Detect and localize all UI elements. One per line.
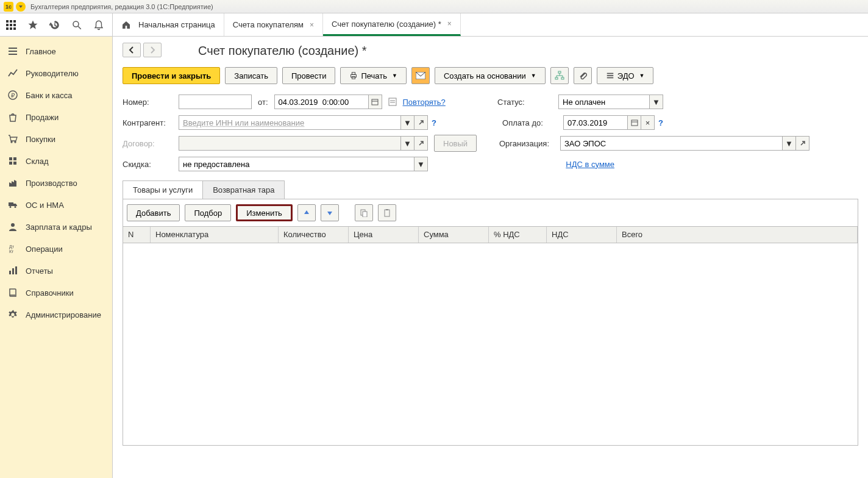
add-row-button[interactable]: Добавить xyxy=(127,204,180,221)
nav-forward-button[interactable] xyxy=(143,43,162,57)
svg-rect-37 xyxy=(385,210,390,216)
sidebar-item-sales[interactable]: Продажи xyxy=(0,106,112,128)
paste-button[interactable] xyxy=(378,204,396,221)
sidebar-item-reports[interactable]: Отчеты xyxy=(0,260,112,282)
sidebar-item-label: Администрирование xyxy=(26,310,101,319)
page-title: Счет покупателю (создание) * xyxy=(198,44,367,58)
counterparty-open-button[interactable] xyxy=(414,115,428,130)
sidebar-item-label: ОС и НМА xyxy=(26,201,64,210)
date-input[interactable] xyxy=(274,95,369,109)
repeat-icon[interactable] xyxy=(388,98,397,106)
sidebar-item-bank[interactable]: ₽ Банк и касса xyxy=(0,84,112,106)
status-input[interactable] xyxy=(558,95,650,109)
org-input[interactable] xyxy=(560,136,783,151)
bell-icon[interactable] xyxy=(91,18,106,32)
tab-home[interactable]: Начальная страница xyxy=(113,13,224,36)
sidebar-item-hr[interactable]: Зарплата и кадры xyxy=(0,216,112,238)
new-contract-button: Новый xyxy=(434,135,477,152)
svg-rect-23 xyxy=(352,73,355,75)
help-icon[interactable]: ? xyxy=(658,118,663,127)
window-title-bar: 1c Бухгалтерия предприятия, редакция 3.0… xyxy=(0,0,868,13)
write-button[interactable]: Записать xyxy=(225,67,277,84)
move-up-button[interactable] xyxy=(297,204,316,221)
col-sum[interactable]: Сумма xyxy=(419,227,489,243)
star-icon[interactable] xyxy=(26,18,40,32)
col-price[interactable]: Цена xyxy=(349,227,419,243)
paydue-clear-button[interactable]: × xyxy=(641,115,655,130)
repeat-link[interactable]: Повторять? xyxy=(403,98,446,107)
svg-rect-4 xyxy=(10,24,12,26)
help-icon[interactable]: ? xyxy=(432,118,436,127)
sidebar-item-label: Банк и касса xyxy=(26,91,73,100)
calendar-button[interactable] xyxy=(369,95,382,109)
counterparty-dropdown-button[interactable]: ▼ xyxy=(401,115,414,130)
sidebar-item-catalogs[interactable]: Справочники xyxy=(0,282,112,304)
sidebar-item-admin[interactable]: Администрирование xyxy=(0,304,112,326)
sidebar: Главное Руководителю ₽ Банк и касса Прод… xyxy=(0,37,113,478)
from-label: от: xyxy=(258,98,268,107)
tab-invoice-create[interactable]: Счет покупателю (создание) * × xyxy=(323,13,461,36)
svg-rect-36 xyxy=(363,212,367,217)
operations-icon: ДтКт xyxy=(7,243,18,254)
boxes-icon xyxy=(7,155,18,166)
move-down-button[interactable] xyxy=(321,204,339,221)
counterparty-input[interactable] xyxy=(179,115,401,130)
col-quantity[interactable]: Количество xyxy=(279,227,349,243)
post-button[interactable]: Провести xyxy=(282,67,336,84)
contract-open-button[interactable] xyxy=(414,136,428,151)
status-dropdown-button[interactable]: ▼ xyxy=(650,95,663,109)
col-vat[interactable]: НДС xyxy=(547,227,617,243)
col-vat-pct[interactable]: % НДС xyxy=(489,227,547,243)
attach-button[interactable] xyxy=(574,67,592,84)
close-icon[interactable]: × xyxy=(447,20,452,28)
envelope-icon xyxy=(416,72,425,79)
copy-button[interactable] xyxy=(355,204,373,221)
discount-input[interactable] xyxy=(179,157,414,171)
main-content: Счет покупателю (создание) * Провести и … xyxy=(113,37,868,478)
sidebar-item-operations[interactable]: ДтКт Операции xyxy=(0,238,112,260)
org-dropdown-button[interactable]: ▼ xyxy=(783,136,796,151)
search-icon[interactable] xyxy=(69,18,84,32)
sidebar-item-manager[interactable]: Руководителю xyxy=(0,62,112,84)
col-nomenclature[interactable]: Номенклатура xyxy=(151,227,279,243)
subtab-tare[interactable]: Возвратная тара xyxy=(202,180,285,199)
sidebar-item-assets[interactable]: ОС и НМА xyxy=(0,194,112,216)
org-open-button[interactable] xyxy=(796,136,809,151)
subtab-goods[interactable]: Товары и услуги xyxy=(123,180,203,199)
svg-point-9 xyxy=(73,21,79,27)
sidebar-item-label: Зарплата и кадры xyxy=(26,223,92,232)
post-and-close-button[interactable]: Провести и закрыть xyxy=(123,67,220,84)
svg-rect-5 xyxy=(13,24,16,26)
svg-rect-31 xyxy=(607,77,613,79)
sidebar-item-production[interactable]: Производство xyxy=(0,172,112,194)
col-total[interactable]: Всего xyxy=(617,227,858,243)
sidebar-item-label: Отчеты xyxy=(26,266,53,276)
svg-rect-26 xyxy=(558,71,561,73)
close-icon[interactable]: × xyxy=(310,21,314,29)
sidebar-item-main[interactable]: Главное xyxy=(0,40,112,62)
apps-grid-icon[interactable] xyxy=(4,18,18,32)
create-based-on-button[interactable]: Создать на основании▼ xyxy=(435,67,546,84)
paydue-input[interactable] xyxy=(563,115,628,130)
number-input[interactable] xyxy=(179,95,252,109)
dropdown-circle-icon[interactable] xyxy=(16,2,26,12)
contract-dropdown-button[interactable]: ▼ xyxy=(401,136,414,151)
structure-button[interactable] xyxy=(550,67,569,84)
tab-invoices-label: Счета покупателям xyxy=(233,20,304,29)
print-button[interactable]: Печать▼ xyxy=(340,67,407,84)
sidebar-item-warehouse[interactable]: Склад xyxy=(0,150,112,172)
paydue-calendar-button[interactable] xyxy=(628,115,641,130)
edo-button[interactable]: ЭДО▼ xyxy=(597,67,654,84)
vat-in-sum-link[interactable]: НДС в сумме xyxy=(566,160,614,169)
sidebar-item-label: Покупки xyxy=(26,135,55,144)
email-button[interactable] xyxy=(411,67,430,84)
discount-dropdown-button[interactable]: ▼ xyxy=(414,157,428,171)
nav-back-button[interactable] xyxy=(123,43,141,57)
history-icon[interactable] xyxy=(48,18,62,32)
col-n[interactable]: N xyxy=(123,227,151,243)
svg-rect-32 xyxy=(372,99,378,105)
sidebar-item-purchases[interactable]: Покупки xyxy=(0,128,112,150)
change-button[interactable]: Изменить xyxy=(236,204,293,221)
tab-invoices[interactable]: Счета покупателям × xyxy=(224,13,323,36)
pick-button[interactable]: Подбор xyxy=(185,204,231,221)
